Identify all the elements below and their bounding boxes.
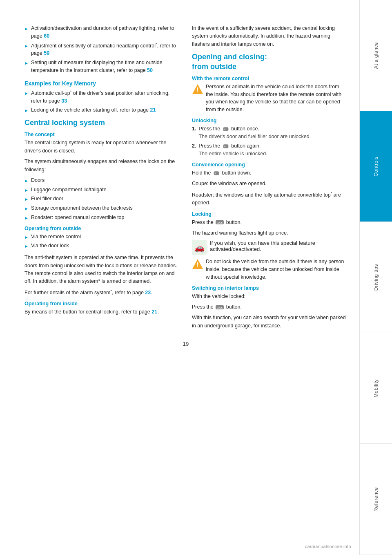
sidebar-item-controls[interactable]: Controls — [360, 111, 392, 222]
switching-heading: Switching on interior lamps — [192, 285, 347, 291]
sidebar-label-mobility: Mobility — [373, 379, 379, 398]
alarm-ref-para: For further details of the alarm system*… — [24, 289, 180, 297]
list-item: ► Automatic call-up* of the driver's sea… — [24, 89, 180, 105]
concept-items-list: ► Doors ► Luggage compartment lid/tailga… — [24, 177, 180, 222]
warning-triangle-icon2: ! — [192, 259, 203, 270]
sidebar-item-reference[interactable]: Reference — [360, 444, 392, 555]
svg-text:!: ! — [196, 87, 198, 94]
lock-button-icon: LOCK — [216, 219, 224, 225]
unlocking-heading: Unlocking — [192, 118, 347, 123]
two-column-layout: ► Activation/deactivation and duration o… — [24, 25, 347, 333]
switching-para2: Press the LOCK button. — [192, 303, 347, 311]
list-item: 1. Press the button once. The driver's d… — [192, 125, 347, 141]
examples-heading: Examples for Key Memory — [24, 80, 180, 87]
bullet-arrow-icon: ► — [24, 196, 29, 202]
locking-info-text: If you wish, you can have this special f… — [210, 240, 347, 252]
svg-point-7 — [215, 172, 216, 174]
bullet-arrow-icon: ► — [24, 178, 29, 184]
switching-para1: With the vehicle locked: — [192, 293, 347, 300]
list-item: ► Doors — [24, 177, 180, 184]
svg-text:!: ! — [196, 262, 198, 269]
watermark: carmanualsonline.info — [305, 544, 351, 549]
central-locking-heading: Central locking system — [24, 118, 180, 128]
bullet-arrow-icon: ► — [24, 187, 29, 193]
remote-button-icon2 — [223, 143, 229, 150]
bullet-arrow-icon: ► — [24, 215, 29, 221]
operating-inside-para: By means of the button for central locki… — [24, 308, 180, 316]
bullet-arrow-icon: ► — [24, 206, 29, 212]
list-item: ► Fuel filler door — [24, 195, 180, 203]
list-item: ► Storage compartment between the backre… — [24, 204, 180, 212]
locking-para1: Press the LOCK button. — [192, 219, 347, 226]
bullet-arrow-icon: ► — [24, 243, 29, 249]
list-item: ► Luggage compartment lid/tailgate — [24, 186, 180, 194]
remote-button-icon — [223, 126, 229, 132]
svg-text:LOCK: LOCK — [217, 222, 223, 224]
sidebar: At a glance Controls Driving tips Mobili… — [359, 0, 392, 555]
bullet-arrow-icon: ► — [24, 60, 29, 66]
svg-rect-2 — [223, 127, 228, 131]
intro-para: In the event of a sufficiently severe ac… — [192, 25, 347, 48]
remote-hold-icon — [213, 170, 220, 177]
operating-outside-list: ► Via the remote control ► Via the door … — [24, 233, 180, 250]
operating-inside-heading: Operating from inside — [24, 301, 180, 307]
convenience-para2: Coupe: the windows are opened. — [192, 180, 347, 188]
convenience-para3: Roadster: the windows and the fully auto… — [192, 191, 347, 207]
sidebar-item-at-a-glance[interactable]: At a glance — [360, 0, 392, 111]
operating-outside-para: The anti-theft system is operated at the… — [24, 254, 180, 286]
page-number: 19 — [24, 341, 347, 347]
locking-para2: The hazard warning flashers light up onc… — [192, 229, 347, 237]
page-container: ► Activation/deactivation and duration o… — [0, 0, 392, 555]
left-column: ► Activation/deactivation and duration o… — [24, 25, 180, 333]
list-item: ► Via the remote control — [24, 233, 180, 241]
sidebar-label-driving-tips: Driving tips — [373, 264, 379, 291]
sidebar-label-controls: Controls — [373, 157, 379, 177]
list-item: 2. Press the button again. The entire ve… — [192, 142, 347, 158]
bullet-arrow-icon: ► — [24, 90, 29, 96]
warning-text: Persons or animals in the vehicle could … — [206, 83, 347, 114]
warning-box: ! Persons or animals in the vehicle coul… — [192, 83, 347, 114]
bullet-arrow-icon: ► — [24, 26, 29, 32]
operating-outside-heading: Operating from outside — [24, 226, 180, 231]
right-column: In the event of a sufficiently severe ac… — [192, 25, 347, 333]
locking-warning-text: Do not lock the vehicle from the outside… — [206, 258, 347, 281]
opening-closing-heading: Opening and closing:from outside — [192, 52, 347, 72]
examples-bullet-list: ► Automatic call-up* of the driver's sea… — [24, 89, 180, 114]
main-content: ► Activation/deactivation and duration o… — [0, 0, 359, 555]
sidebar-item-driving-tips[interactable]: Driving tips — [360, 222, 392, 333]
svg-point-5 — [224, 146, 225, 147]
bullet-arrow-icon: ► — [24, 43, 29, 49]
switching-para3: With this function, you can also search … — [192, 314, 347, 330]
convenience-para1: Hold the button down. — [192, 169, 347, 177]
info-box: 🚗 If you wish, you can have this special… — [192, 240, 347, 255]
bullet-arrow-icon: ► — [24, 107, 29, 114]
concept-para2: The system simultaneously engages and re… — [24, 158, 180, 174]
lock-button-icon2: LOCK — [216, 304, 224, 310]
svg-text:🚗: 🚗 — [194, 243, 205, 253]
list-item: ► Roadster: opened manual convertible to… — [24, 214, 180, 222]
locking-heading: Locking — [192, 211, 347, 217]
sidebar-label-at-a-glance: At a glance — [373, 42, 379, 69]
list-item: ► Via the door lock — [24, 242, 180, 250]
locking-warning-box: ! Do not lock the vehicle from the outsi… — [192, 258, 347, 281]
list-item: ► Setting unit of measure for displaying… — [24, 59, 180, 74]
concept-heading: The concept — [24, 132, 180, 137]
list-item: ► Activation/deactivation and duration o… — [24, 25, 180, 40]
convenience-heading: Convenience opening — [192, 162, 347, 168]
sidebar-item-mobility[interactable]: Mobility — [360, 333, 392, 444]
remote-control-heading: With the remote control — [192, 76, 347, 81]
car-info-icon: 🚗 — [192, 240, 207, 255]
list-item: ► Adjustment of sensitivity of automatic… — [24, 42, 180, 58]
intro-bullet-list: ► Activation/deactivation and duration o… — [24, 25, 180, 74]
svg-point-3 — [224, 128, 225, 130]
unlocking-list: 1. Press the button once. The driver's d… — [192, 125, 347, 158]
svg-text:LOCK: LOCK — [217, 306, 223, 309]
concept-para1: The central locking system is ready for … — [24, 139, 180, 155]
svg-rect-6 — [214, 171, 219, 175]
list-item: ► Locking of the vehicle after starting … — [24, 106, 180, 114]
warning-triangle-icon: ! — [192, 84, 203, 95]
bullet-arrow-icon: ► — [24, 234, 29, 240]
sidebar-label-reference: Reference — [373, 487, 379, 512]
svg-rect-4 — [223, 144, 228, 148]
